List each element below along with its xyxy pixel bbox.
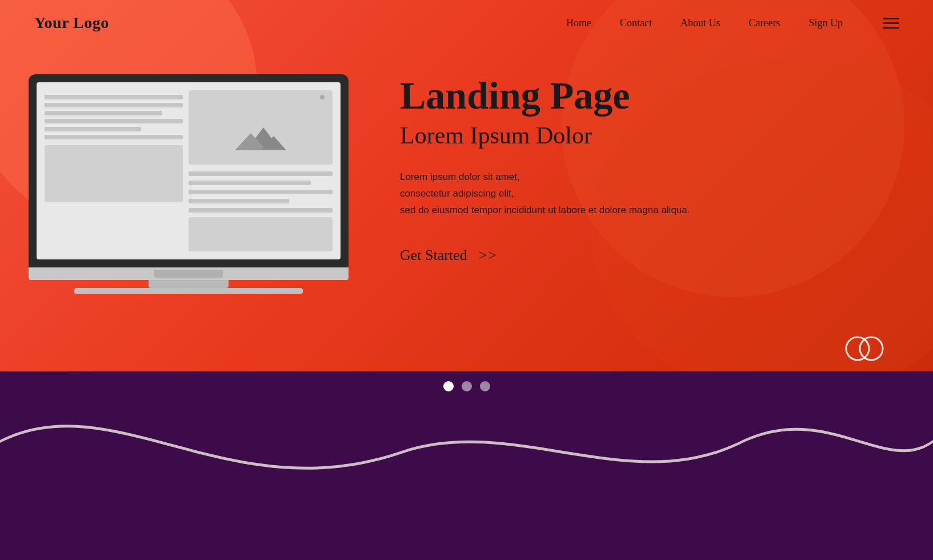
nav-careers[interactable]: Careers — [749, 17, 780, 29]
hero-body-line1: Lorem ipsum dolor sit amet, — [400, 171, 520, 182]
screen-content-block — [45, 145, 183, 202]
rings-icon — [842, 331, 887, 366]
pagination-dots — [443, 381, 490, 391]
nav-home[interactable]: Home — [566, 17, 591, 29]
svg-point-3 — [846, 337, 869, 360]
pagination-dot-3[interactable] — [480, 381, 490, 391]
laptop-stand — [149, 280, 229, 288]
screen-text-line — [45, 111, 162, 115]
screen-text-line — [189, 181, 311, 185]
screen-text-line — [189, 199, 289, 203]
cta-arrows-icon: >> — [479, 247, 498, 264]
hero-body-line3: sed do eiusmod tempor incididunt ut labo… — [400, 205, 690, 215]
screen-text-line — [45, 103, 183, 107]
hero-subtitle: Lorem Ipsum Dolor — [400, 122, 899, 149]
hero-section: Landing Page Lorem Ipsum Dolor Lorem ips… — [354, 46, 933, 264]
screen-text-line — [45, 119, 183, 123]
logo[interactable]: Your Logo — [34, 14, 109, 32]
pagination-dot-1[interactable] — [443, 381, 454, 391]
cta-button[interactable]: Get Started >> — [400, 247, 899, 264]
laptop-screen-bezel — [29, 74, 349, 267]
pagination-dot-2[interactable] — [462, 381, 472, 391]
screen-text-line — [45, 95, 183, 99]
hero-body-text: Lorem ipsum dolor sit amet, consectetur … — [400, 169, 899, 219]
navbar: Your Logo Home Contact About Us Careers … — [0, 0, 933, 46]
svg-point-4 — [860, 337, 883, 360]
cta-label: Get Started — [400, 247, 467, 264]
screen-text-line — [45, 127, 141, 131]
nav-links: Home Contact About Us Careers Sign Up — [566, 17, 899, 29]
laptop-section — [0, 46, 354, 294]
nav-about[interactable]: About Us — [680, 17, 720, 29]
laptop-foot — [74, 288, 303, 294]
nav-contact[interactable]: Contact — [620, 17, 652, 29]
hero-title: Landing Page — [400, 74, 899, 117]
screen-image-placeholder — [189, 90, 333, 165]
hamburger-menu[interactable] — [883, 18, 899, 29]
screen-image-placeholder-small — [189, 217, 333, 251]
nav-signup[interactable]: Sign Up — [808, 17, 843, 29]
laptop-illustration — [29, 74, 349, 294]
laptop-screen — [37, 82, 341, 259]
screen-text-line — [45, 135, 183, 139]
screen-image-column — [189, 90, 333, 251]
laptop-hinge — [154, 270, 223, 278]
main-content: Landing Page Lorem Ipsum Dolor Lorem ips… — [0, 46, 933, 560]
screen-text-line — [189, 208, 333, 213]
screen-text-line — [189, 190, 333, 194]
screen-text-column — [45, 90, 189, 251]
screen-text-line — [189, 171, 333, 176]
laptop-base — [29, 267, 349, 280]
hero-body-line2: consectetur adipiscing elit, — [400, 188, 514, 199]
